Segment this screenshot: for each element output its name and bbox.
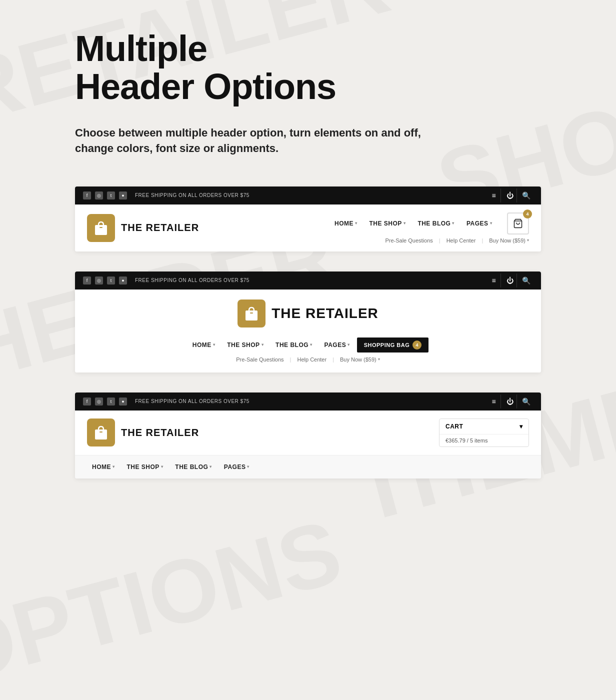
nav-pages-1[interactable]: PAGES ▾ bbox=[462, 218, 497, 229]
logo-area-3: THE RETAILER bbox=[87, 418, 199, 446]
header-demo-2: f ◎ t ● FREE SHIPPING ON ALL ORDERS OVER… bbox=[75, 272, 541, 372]
shipping-message-3: FREE SHIPPING ON ALL ORDERS OVER $75 bbox=[135, 398, 250, 404]
shopping-bag-button[interactable]: SHOPPING BAG 4 bbox=[357, 338, 429, 352]
header-nav-3: HOME ▾ THE SHOP ▾ THE BLOG ▾ PAGES ▾ bbox=[75, 455, 541, 478]
top-bar-right-3: ≡ ⏻ 🔍 bbox=[487, 394, 533, 408]
shipping-message-1: FREE SHIPPING ON ALL ORDERS OVER $75 bbox=[135, 192, 250, 198]
svg-rect-3 bbox=[246, 310, 258, 320]
nav-main-2: HOME ▾ THE SHOP ▾ THE BLOG ▾ PAGES ▾ SHO… bbox=[188, 338, 429, 352]
top-bar-2: f ◎ t ● FREE SHIPPING ON ALL ORDERS OVER… bbox=[75, 272, 541, 290]
shipping-message-2: FREE SHIPPING ON ALL ORDERS OVER $75 bbox=[135, 278, 250, 283]
menu-icon-2[interactable]: ≡ bbox=[487, 274, 501, 288]
svg-rect-6 bbox=[100, 432, 102, 432]
logo-area-1: THE RETAILER bbox=[87, 214, 199, 242]
header-main-2: THE RETAILER HOME ▾ THE SHOP ▾ THE BLOG … bbox=[75, 290, 541, 372]
bag-svg-1 bbox=[93, 220, 109, 236]
logo-text-3: THE RETAILER bbox=[121, 427, 199, 438]
bag-svg-2 bbox=[244, 306, 260, 322]
top-bar-left-2: f ◎ t ● FREE SHIPPING ON ALL ORDERS OVER… bbox=[83, 276, 250, 284]
menu-icon-3[interactable]: ≡ bbox=[487, 394, 501, 408]
user-icon-1[interactable]: ⏻ bbox=[503, 188, 517, 202]
search-icon-3[interactable]: 🔍 bbox=[519, 394, 533, 408]
top-bar-1: f ◎ t ● FREE SHIPPING ON ALL ORDERS OVER… bbox=[75, 186, 541, 204]
cart-dropdown-3: CART ▾ €365.79 / 5 items bbox=[439, 418, 529, 447]
help-link-1[interactable]: Help Center bbox=[446, 238, 476, 244]
header-demo-1: f ◎ t ● FREE SHIPPING ON ALL ORDERS OVER… bbox=[75, 186, 541, 252]
header-main-3: THE RETAILER CART ▾ €365.79 / 5 items bbox=[75, 410, 541, 455]
nav-blog-3[interactable]: THE BLOG ▾ bbox=[170, 462, 217, 472]
hero-description: Choose between multiple header option, t… bbox=[75, 126, 425, 156]
social-icons-3: f ◎ t ● bbox=[83, 398, 127, 406]
user-icon-3[interactable]: ⏻ bbox=[503, 394, 517, 408]
messenger-icon[interactable]: ◎ bbox=[95, 192, 103, 200]
cart-dropdown-chevron: ▾ bbox=[520, 423, 523, 430]
facebook-icon-3[interactable]: f bbox=[83, 398, 91, 406]
nav-main-1: HOME ▾ THE SHOP ▾ THE BLOG ▾ PAGES ▾ 4 bbox=[330, 212, 529, 234]
nav-pages-3[interactable]: PAGES ▾ bbox=[219, 462, 254, 472]
nav-blog-2[interactable]: THE BLOG ▾ bbox=[270, 340, 318, 350]
top-bar-right-2: ≡ ⏻ 🔍 bbox=[487, 274, 533, 288]
nav-home-1[interactable]: HOME ▾ bbox=[330, 218, 362, 229]
svg-rect-1 bbox=[100, 227, 102, 228]
cart-info: €365.79 / 5 items bbox=[440, 434, 528, 446]
nav-home-3[interactable]: HOME ▾ bbox=[87, 462, 120, 472]
top-bar-right-1: ≡ ⏻ 🔍 bbox=[487, 188, 533, 202]
presale-link-2[interactable]: Pre-Sale Questions bbox=[236, 356, 284, 362]
cart-dropdown-header[interactable]: CART ▾ bbox=[440, 419, 528, 434]
social-icons-2: f ◎ t ● bbox=[83, 276, 127, 284]
nav-blog-1[interactable]: THE BLOG ▾ bbox=[412, 218, 460, 229]
svg-rect-0 bbox=[95, 225, 107, 235]
cart-button-1[interactable]: 4 bbox=[507, 212, 529, 234]
shopping-bag-count: 4 bbox=[412, 340, 422, 350]
help-link-2[interactable]: Help Center bbox=[297, 356, 326, 362]
logo-text-1: THE RETAILER bbox=[121, 222, 199, 234]
nav-area-1: HOME ▾ THE SHOP ▾ THE BLOG ▾ PAGES ▾ 4 bbox=[330, 212, 529, 244]
nav-shop-2[interactable]: THE SHOP ▾ bbox=[222, 340, 268, 350]
instagram-icon-3[interactable]: ● bbox=[119, 398, 127, 406]
logo-text-2: THE RETAILER bbox=[272, 306, 378, 322]
menu-icon-1[interactable]: ≡ bbox=[487, 188, 501, 202]
nav-shop-3[interactable]: THE SHOP ▾ bbox=[122, 462, 168, 472]
twitter-icon[interactable]: t bbox=[107, 192, 115, 200]
cart-icon-1 bbox=[513, 218, 523, 228]
svg-rect-5 bbox=[95, 430, 107, 440]
header-2-logo: THE RETAILER bbox=[238, 300, 378, 328]
presale-link-1[interactable]: Pre-Sale Questions bbox=[385, 238, 432, 244]
top-bar-left-1: f ◎ t ● FREE SHIPPING ON ALL ORDERS OVER… bbox=[83, 192, 250, 200]
nav-secondary-2: Pre-Sale Questions | Help Center | Buy N… bbox=[236, 356, 380, 362]
search-icon-2[interactable]: 🔍 bbox=[519, 274, 533, 288]
twitter-icon-3[interactable]: t bbox=[107, 398, 115, 406]
nav-shop-1[interactable]: THE SHOP ▾ bbox=[364, 218, 411, 229]
cart-label: CART bbox=[446, 423, 463, 430]
svg-rect-4 bbox=[250, 312, 253, 314]
social-icons-1: f ◎ t ● bbox=[83, 192, 127, 200]
hero-title: Multiple Header Options bbox=[75, 30, 541, 106]
header-demo-3: f ◎ t ● FREE SHIPPING ON ALL ORDERS OVER… bbox=[75, 392, 541, 478]
logo-icon-1[interactable] bbox=[87, 214, 115, 242]
buynow-link-1[interactable]: Buy Now ($59) ▾ bbox=[489, 238, 529, 244]
headers-container: f ◎ t ● FREE SHIPPING ON ALL ORDERS OVER… bbox=[75, 186, 541, 478]
facebook-icon-2[interactable]: f bbox=[83, 276, 91, 284]
instagram-icon[interactable]: ● bbox=[119, 192, 127, 200]
top-bar-3: f ◎ t ● FREE SHIPPING ON ALL ORDERS OVER… bbox=[75, 392, 541, 410]
user-icon-2[interactable]: ⏻ bbox=[503, 274, 517, 288]
bag-svg-3 bbox=[93, 424, 109, 440]
messenger-icon-2[interactable]: ◎ bbox=[95, 276, 103, 284]
messenger-icon-3[interactable]: ◎ bbox=[95, 398, 103, 406]
twitter-icon-2[interactable]: t bbox=[107, 276, 115, 284]
search-icon-1[interactable]: 🔍 bbox=[519, 188, 533, 202]
top-bar-left-3: f ◎ t ● FREE SHIPPING ON ALL ORDERS OVER… bbox=[83, 398, 250, 406]
facebook-icon[interactable]: f bbox=[83, 192, 91, 200]
header-main-1: THE RETAILER HOME ▾ THE SHOP ▾ THE BLOG … bbox=[75, 204, 541, 252]
buynow-link-2[interactable]: Buy Now ($59) ▾ bbox=[340, 356, 380, 362]
cart-badge-1: 4 bbox=[523, 210, 532, 218]
main-content: Multiple Header Options Choose between m… bbox=[0, 0, 616, 518]
nav-home-2[interactable]: HOME ▾ bbox=[188, 340, 220, 350]
nav-pages-2[interactable]: PAGES ▾ bbox=[320, 340, 355, 350]
instagram-icon-2[interactable]: ● bbox=[119, 276, 127, 284]
logo-icon-3[interactable] bbox=[87, 418, 115, 446]
nav-secondary-1: Pre-Sale Questions | Help Center | Buy N… bbox=[385, 238, 529, 244]
logo-icon-2[interactable] bbox=[238, 300, 266, 328]
